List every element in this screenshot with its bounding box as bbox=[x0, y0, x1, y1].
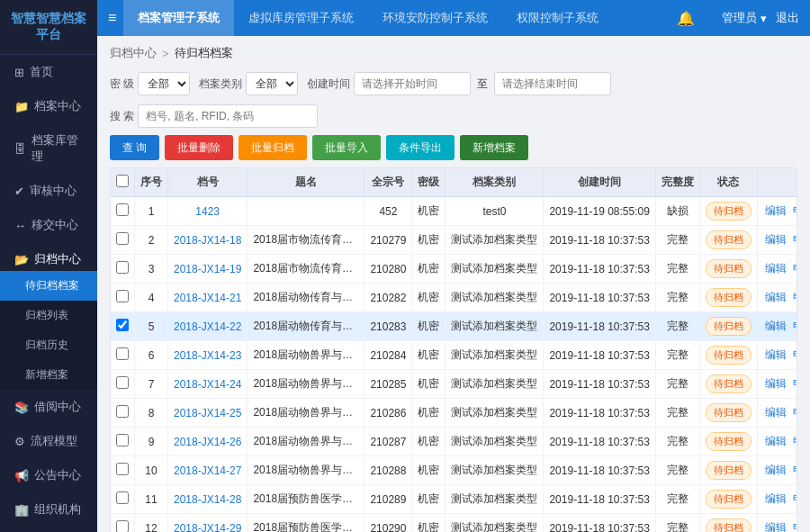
type-select[interactable]: 全部 bbox=[246, 72, 298, 95]
batch-import-button[interactable]: 批量导入 bbox=[312, 135, 381, 160]
row-title: 2018届动物兽界与动物科学专... bbox=[248, 399, 364, 428]
row-checkbox-5[interactable] bbox=[116, 319, 129, 331]
sidebar-item-history[interactable]: 归档历史 bbox=[0, 330, 97, 360]
topnav-tab-access[interactable]: 权限控制子系统 bbox=[502, 0, 613, 36]
breadcrumb-home[interactable]: 归档中心 bbox=[110, 45, 157, 61]
status-badge: 待归档 bbox=[706, 317, 752, 336]
edit-link-12[interactable]: 编辑 bbox=[765, 521, 787, 532]
edit-link-11[interactable]: 编辑 bbox=[765, 492, 787, 505]
row-checkbox-7[interactable] bbox=[116, 376, 129, 389]
row-checkbox-3[interactable] bbox=[116, 261, 129, 274]
edit-link-9[interactable]: 编辑 bbox=[765, 435, 787, 447]
row-date: 2019-11-18 10:37:53 bbox=[544, 255, 655, 284]
sidebar-item-pending[interactable]: 待归档档案 bbox=[0, 271, 97, 301]
sidebar-item-newarchive[interactable]: 新增档案 bbox=[0, 360, 97, 390]
sidebar-item-org[interactable]: 🏢 组织机构 bbox=[0, 492, 97, 527]
row-checkbox-1[interactable] bbox=[116, 203, 129, 216]
apply-link-10[interactable]: 申请归档 bbox=[793, 464, 797, 476]
sidebar-item-home[interactable]: ⊞ 首页 bbox=[0, 55, 97, 89]
row-checkbox-8[interactable] bbox=[116, 405, 129, 418]
apply-link-11[interactable]: 申请归档 bbox=[793, 492, 797, 505]
search-button[interactable]: 查 询 bbox=[110, 135, 159, 160]
th-actions: 操作 bbox=[757, 168, 797, 197]
apply-link-2[interactable]: 申请归档 bbox=[793, 233, 797, 246]
new-archive-button[interactable]: 新增档案 bbox=[460, 135, 528, 160]
batch-archive-button[interactable]: 批量归档 bbox=[238, 135, 307, 160]
sidebar-item-archivelist[interactable]: 归档列表 bbox=[0, 301, 97, 330]
row-status: 待归档 bbox=[699, 514, 757, 533]
sidebar-item-notice[interactable]: 📢 公告中心 bbox=[0, 458, 97, 492]
edit-link-4[interactable]: 编辑 bbox=[765, 291, 787, 303]
sidebar-item-transfer[interactable]: ↔ 移交中心 bbox=[0, 208, 97, 242]
row-checkbox-10[interactable] bbox=[116, 463, 129, 475]
exit-button[interactable]: 退出 bbox=[776, 10, 799, 26]
row-density: 机密 bbox=[412, 485, 446, 514]
status-badge: 待归档 bbox=[706, 518, 752, 532]
apply-link-9[interactable]: 申请归档 bbox=[793, 435, 797, 447]
apply-link-8[interactable]: 申请归档 bbox=[793, 406, 797, 419]
sidebar-item-storage[interactable]: 🗄 档案库管理 bbox=[0, 123, 97, 174]
storage-icon: 🗄 bbox=[14, 142, 26, 156]
row-fullno: 210290 bbox=[364, 514, 412, 533]
apply-link-12[interactable]: 申请归档 bbox=[793, 521, 797, 532]
batch-delete-button[interactable]: 批量删除 bbox=[165, 135, 233, 160]
row-actions: 编辑 申请归档 删除 bbox=[757, 370, 797, 399]
user-menu[interactable]: 👤 管理员 ▾ bbox=[704, 10, 767, 26]
topnav-tab-env[interactable]: 环境安防控制子系统 bbox=[368, 0, 502, 36]
topnav-tab-docmgr[interactable]: 档案管理子系统 bbox=[123, 0, 234, 36]
row-fullno: 452 bbox=[364, 197, 412, 226]
row-density: 机密 bbox=[412, 226, 446, 255]
density-label: 密 级 bbox=[110, 77, 134, 92]
sidebar-section-archive[interactable]: 📂 归档中心 bbox=[0, 242, 97, 271]
apply-link-5[interactable]: 申请归档 bbox=[793, 320, 797, 332]
notification-icon[interactable]: 🔔 bbox=[677, 10, 695, 27]
row-checkbox-cell bbox=[111, 485, 135, 514]
apply-link-7[interactable]: 申请归档 bbox=[793, 377, 797, 390]
toolbar: 查 询 批量删除 批量归档 批量导入 条件导出 新增档案 bbox=[110, 135, 797, 160]
row-status: 待归档 bbox=[699, 312, 757, 341]
row-title: 2018届动物传育与繁殖专... bbox=[248, 284, 364, 312]
edit-link-6[interactable]: 编辑 bbox=[765, 348, 787, 361]
row-checkbox-cell bbox=[111, 514, 135, 533]
edit-link-3[interactable]: 编辑 bbox=[765, 262, 787, 275]
date-end-input[interactable] bbox=[494, 72, 611, 95]
row-checkbox-11[interactable] bbox=[116, 491, 129, 504]
sidebar-item-borrow[interactable]: 📚 借阅中心 bbox=[0, 390, 97, 424]
edit-link-10[interactable]: 编辑 bbox=[765, 464, 787, 476]
row-actions: 编辑 申请归档 删除 bbox=[757, 485, 797, 514]
row-checkbox-9[interactable] bbox=[116, 434, 129, 446]
row-status: 待归档 bbox=[699, 341, 757, 370]
apply-link-4[interactable]: 申请归档 bbox=[793, 291, 797, 303]
edit-link-1[interactable]: 编辑 bbox=[765, 204, 787, 217]
density-select[interactable]: 全部 bbox=[138, 72, 190, 95]
row-density: 机密 bbox=[412, 514, 446, 533]
menu-toggle-icon[interactable]: ≡ bbox=[108, 10, 116, 26]
apply-link-6[interactable]: 申请归档 bbox=[793, 348, 797, 361]
topnav-tab-virtual[interactable]: 虚拟库房管理子系统 bbox=[234, 0, 368, 36]
date-start-input[interactable] bbox=[354, 72, 471, 95]
data-table: 序号 档号 题名 全宗号 密级 档案类别 创建时间 完整度 状态 操作 1 14… bbox=[111, 168, 797, 532]
condition-export-button[interactable]: 条件导出 bbox=[386, 135, 454, 160]
apply-link-3[interactable]: 申请归档 bbox=[793, 262, 797, 275]
sidebar-item-workflow[interactable]: ⚙ 流程模型 bbox=[0, 424, 97, 458]
row-complete: 完整 bbox=[655, 255, 699, 284]
th-title: 题名 bbox=[248, 168, 364, 197]
select-all-checkbox[interactable] bbox=[116, 175, 129, 187]
row-seqno: 5 bbox=[135, 312, 168, 341]
search-input[interactable] bbox=[138, 104, 318, 128]
row-checkbox-6[interactable] bbox=[116, 347, 129, 360]
edit-link-7[interactable]: 编辑 bbox=[765, 377, 787, 390]
sidebar-item-files[interactable]: 📁 档案中心 bbox=[0, 89, 97, 123]
row-title: 2018届动物兽界与动物科学专... bbox=[248, 456, 364, 485]
row-title: 2018届动物传育与繁殖专... bbox=[248, 312, 364, 341]
row-status: 待归档 bbox=[699, 399, 757, 428]
edit-link-8[interactable]: 编辑 bbox=[765, 406, 787, 419]
edit-link-2[interactable]: 编辑 bbox=[765, 233, 787, 246]
sidebar-item-audit[interactable]: ✔ 审核中心 bbox=[0, 174, 97, 208]
row-checkbox-4[interactable] bbox=[116, 290, 129, 302]
status-badge: 待归档 bbox=[706, 288, 752, 307]
apply-link-1[interactable]: 申请归档 bbox=[793, 204, 797, 217]
row-checkbox-2[interactable] bbox=[116, 232, 129, 245]
row-checkbox-12[interactable] bbox=[116, 520, 129, 532]
edit-link-5[interactable]: 编辑 bbox=[765, 320, 787, 332]
